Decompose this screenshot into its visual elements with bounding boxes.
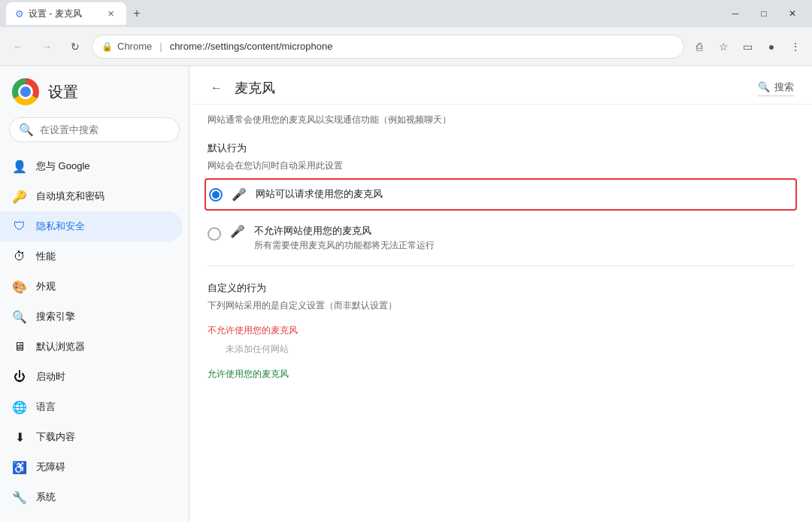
minimize-button[interactable]: ─ — [722, 3, 749, 24]
new-tab-button[interactable]: + — [126, 3, 147, 24]
sidebar-toggle-button[interactable]: ▭ — [737, 36, 758, 57]
key-icon: 🔑 — [12, 190, 27, 204]
page-search-icon: 🔍 — [758, 81, 770, 93]
browser-icon: 🖥 — [12, 340, 27, 354]
profile-button[interactable]: ● — [761, 36, 782, 57]
wrench-icon: 🔧 — [12, 490, 27, 505]
page-title: 麦克风 — [235, 79, 275, 97]
deny-option-label: 不允许网站使用您的麦克风 — [254, 224, 435, 238]
settings-title: 设置 — [48, 82, 78, 102]
sidebar-item-reset[interactable]: ⟳ 重置设置 — [0, 512, 183, 522]
address-divider: | — [159, 41, 162, 52]
sidebar-item-accessibility[interactable]: ♿ 无障碍 — [0, 452, 183, 482]
close-button[interactable]: ✕ — [779, 3, 806, 24]
sidebar-nav: 👤 您与 Google 🔑 自动填充和密码 🛡 隐私和安全 ⏱ 性能 🎨 外观 … — [0, 148, 189, 522]
allow-microphone-option[interactable]: 🎤 网站可以请求使用您的麦克风 — [205, 178, 797, 211]
tab-title: 设置 - 麦克风 — [29, 8, 82, 20]
default-section-label: 默认行为 — [189, 129, 812, 158]
sidebar-item-autofill[interactable]: 🔑 自动填充和密码 — [0, 181, 183, 211]
page-search[interactable]: 🔍 搜索 — [758, 80, 794, 96]
custom-section-sublabel: 下列网站采用的是自定义设置（而非默认设置） — [189, 298, 812, 318]
page-search-label: 搜索 — [774, 80, 794, 94]
sidebar-item-language[interactable]: 🌐 语言 — [0, 392, 183, 422]
microphone-disabled-icon: 🎤 — [230, 225, 245, 238]
sidebar-item-label: 隐私和安全 — [36, 220, 85, 233]
titlebar-controls: ─ □ ✕ — [722, 3, 806, 24]
chrome-logo — [12, 78, 39, 105]
performance-icon: ⏱ — [12, 250, 27, 263]
sidebar-item-download[interactable]: ⬇ 下载内容 — [0, 422, 183, 452]
sidebar-item-label: 默认浏览器 — [36, 340, 85, 354]
search-input[interactable] — [40, 124, 170, 135]
sidebar: 设置 🔍 👤 您与 Google 🔑 自动填充和密码 🛡 隐私和安全 ⏱ — [0, 66, 189, 522]
sidebar-item-system[interactable]: 🔧 系统 — [0, 482, 183, 512]
sidebar-item-performance[interactable]: ⏱ 性能 — [0, 241, 183, 272]
sidebar-item-label: 搜索引擎 — [36, 310, 75, 323]
not-allowed-label: 不允许使用您的麦克风 — [189, 318, 812, 340]
menu-button[interactable]: ⋮ — [785, 36, 806, 57]
restore-button[interactable]: □ — [750, 3, 777, 24]
page-header: ← 麦克风 🔍 搜索 — [189, 66, 812, 105]
sidebar-item-label: 自动填充和密码 — [36, 190, 105, 203]
tab-settings-icon: ⚙ — [15, 8, 24, 20]
deny-microphone-option[interactable]: 🎤 不允许网站使用您的麦克风 所有需要使用麦克风的功能都将无法正常运行 — [189, 217, 812, 259]
sidebar-item-appearance[interactable]: 🎨 外观 — [0, 272, 183, 302]
forward-button[interactable]: → — [35, 35, 59, 59]
person-icon: 👤 — [12, 159, 27, 174]
active-tab[interactable]: ⚙ 设置 - 麦克风 ✕ — [6, 2, 126, 25]
content-back-button[interactable]: ← — [208, 78, 226, 98]
address-input[interactable]: 🔒 Chrome | chrome://settings/content/mic… — [92, 35, 684, 59]
download-icon: ⬇ — [12, 430, 27, 445]
sidebar-item-label: 下载内容 — [36, 430, 75, 444]
palette-icon: 🎨 — [12, 280, 27, 294]
section-divider — [208, 266, 794, 266]
sidebar-item-browser[interactable]: 🖥 默认浏览器 — [0, 332, 183, 362]
default-section-sublabel: 网站会在您访问时自动采用此设置 — [189, 158, 812, 178]
back-button[interactable]: ← — [6, 35, 30, 59]
search-icon: 🔍 — [19, 123, 34, 137]
shield-icon: 🛡 — [12, 220, 27, 233]
deny-radio-button[interactable] — [208, 227, 221, 241]
chrome-label: Chrome — [117, 41, 152, 52]
tab-close-button[interactable]: ✕ — [104, 7, 117, 20]
share-button[interactable]: ⎙ — [689, 36, 710, 57]
settings-header: 设置 — [0, 72, 189, 117]
microphone-description: 网站通常会使用您的麦克风以实现通信功能（例如视频聊天） — [189, 105, 812, 129]
deny-option-sublabel: 所有需要使用麦克风的功能都将无法正常运行 — [254, 239, 435, 252]
sidebar-item-label: 性能 — [36, 250, 56, 263]
addressbar: ← → ↻ 🔒 Chrome | chrome://settings/conte… — [0, 27, 812, 66]
microphone-icon: 🎤 — [232, 187, 247, 202]
accessibility-icon: ♿ — [12, 460, 27, 475]
power-icon: ⏻ — [12, 370, 27, 384]
allow-option-label: 网站可以请求使用您的麦克风 — [256, 187, 383, 201]
sidebar-item-label: 系统 — [36, 490, 56, 504]
sidebar-item-startup[interactable]: ⏻ 启动时 — [0, 362, 183, 392]
search-engine-icon: 🔍 — [12, 310, 27, 324]
titlebar-left: ⚙ 设置 - 麦克风 ✕ + — [6, 2, 147, 25]
sidebar-item-label: 无障碍 — [36, 460, 65, 474]
bookmark-button[interactable]: ☆ — [713, 36, 734, 57]
addressbar-actions: ⎙ ☆ ▭ ● ⋮ — [689, 36, 806, 57]
sidebar-item-label: 启动时 — [36, 370, 65, 384]
main-content: 设置 🔍 👤 您与 Google 🔑 自动填充和密码 🛡 隐私和安全 ⏱ — [0, 66, 812, 522]
titlebar: ⚙ 设置 - 麦克风 ✕ + ─ □ ✕ — [0, 0, 812, 27]
sidebar-item-google[interactable]: 👤 您与 Google — [0, 151, 183, 181]
allow-radio-button[interactable] — [209, 188, 223, 202]
allow-label: 允许使用您的麦克风 — [189, 362, 812, 384]
address-path: chrome://settings/content/microphone — [170, 41, 333, 52]
sidebar-item-label: 语言 — [36, 400, 56, 414]
custom-section-label: 自定义的行为 — [189, 272, 812, 298]
refresh-button[interactable]: ↻ — [63, 35, 87, 59]
sidebar-search[interactable]: 🔍 — [9, 117, 180, 142]
globe-icon: 🌐 — [12, 400, 27, 414]
content-area: ← 麦克风 🔍 搜索 网站通常会使用您的麦克风以实现通信功能（例如视频聊天） 默… — [189, 66, 812, 522]
not-allowed-empty-label: 未添加任何网站 — [189, 340, 812, 362]
lock-icon: 🔒 — [102, 41, 113, 52]
sidebar-item-privacy[interactable]: 🛡 隐私和安全 — [0, 211, 183, 241]
sidebar-item-search[interactable]: 🔍 搜索引擎 — [0, 302, 183, 332]
sidebar-item-label: 您与 Google — [36, 159, 90, 173]
sidebar-item-label: 外观 — [36, 280, 56, 293]
